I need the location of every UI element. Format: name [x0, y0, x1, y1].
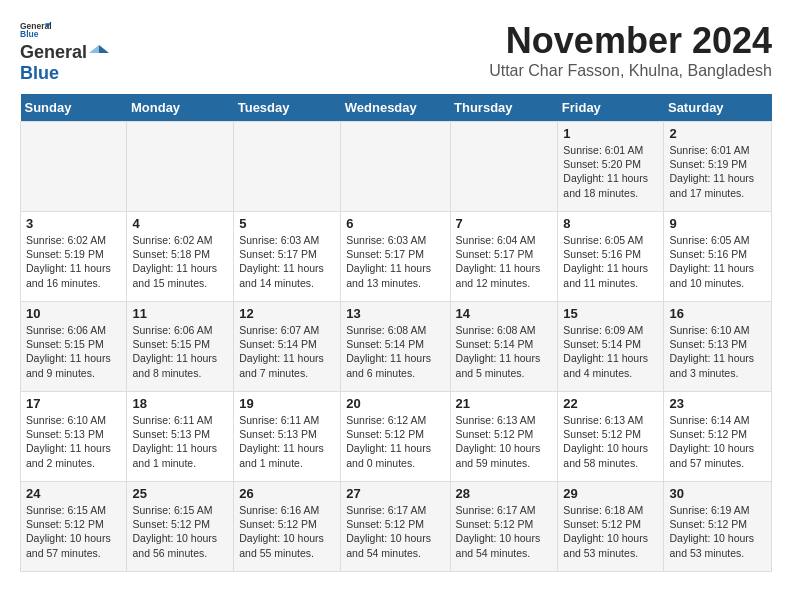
calendar-cell: 25Sunrise: 6:15 AM Sunset: 5:12 PM Dayli… [127, 482, 234, 572]
day-info: Sunrise: 6:02 AM Sunset: 5:18 PM Dayligh… [132, 233, 228, 290]
day-number: 16 [669, 306, 766, 321]
day-info: Sunrise: 6:15 AM Sunset: 5:12 PM Dayligh… [26, 503, 121, 560]
month-title: November 2024 [489, 20, 772, 62]
weekday-header-sunday: Sunday [21, 94, 127, 122]
day-info: Sunrise: 6:14 AM Sunset: 5:12 PM Dayligh… [669, 413, 766, 470]
calendar-cell: 18Sunrise: 6:11 AM Sunset: 5:13 PM Dayli… [127, 392, 234, 482]
day-info: Sunrise: 6:16 AM Sunset: 5:12 PM Dayligh… [239, 503, 335, 560]
day-number: 14 [456, 306, 553, 321]
calendar-cell [127, 122, 234, 212]
weekday-header-friday: Friday [558, 94, 664, 122]
day-info: Sunrise: 6:11 AM Sunset: 5:13 PM Dayligh… [239, 413, 335, 470]
calendar-cell: 22Sunrise: 6:13 AM Sunset: 5:12 PM Dayli… [558, 392, 664, 482]
calendar-week-2: 3Sunrise: 6:02 AM Sunset: 5:19 PM Daylig… [21, 212, 772, 302]
calendar-body: 1Sunrise: 6:01 AM Sunset: 5:20 PM Daylig… [21, 122, 772, 572]
calendar-cell: 24Sunrise: 6:15 AM Sunset: 5:12 PM Dayli… [21, 482, 127, 572]
day-number: 18 [132, 396, 228, 411]
logo-bird-icon [89, 43, 109, 63]
calendar-cell: 10Sunrise: 6:06 AM Sunset: 5:15 PM Dayli… [21, 302, 127, 392]
day-info: Sunrise: 6:06 AM Sunset: 5:15 PM Dayligh… [132, 323, 228, 380]
day-number: 29 [563, 486, 658, 501]
day-number: 15 [563, 306, 658, 321]
day-number: 22 [563, 396, 658, 411]
day-number: 3 [26, 216, 121, 231]
svg-text:Blue: Blue [20, 29, 39, 39]
day-info: Sunrise: 6:01 AM Sunset: 5:19 PM Dayligh… [669, 143, 766, 200]
day-number: 4 [132, 216, 228, 231]
day-info: Sunrise: 6:03 AM Sunset: 5:17 PM Dayligh… [239, 233, 335, 290]
day-info: Sunrise: 6:13 AM Sunset: 5:12 PM Dayligh… [563, 413, 658, 470]
calendar-cell: 21Sunrise: 6:13 AM Sunset: 5:12 PM Dayli… [450, 392, 558, 482]
day-info: Sunrise: 6:02 AM Sunset: 5:19 PM Dayligh… [26, 233, 121, 290]
calendar-cell: 28Sunrise: 6:17 AM Sunset: 5:12 PM Dayli… [450, 482, 558, 572]
logo: General Blue General Blue [20, 20, 111, 84]
day-info: Sunrise: 6:10 AM Sunset: 5:13 PM Dayligh… [669, 323, 766, 380]
day-number: 23 [669, 396, 766, 411]
calendar-cell: 27Sunrise: 6:17 AM Sunset: 5:12 PM Dayli… [341, 482, 450, 572]
logo-blue-text: Blue [20, 63, 59, 83]
calendar-cell: 11Sunrise: 6:06 AM Sunset: 5:15 PM Dayli… [127, 302, 234, 392]
calendar-cell: 9Sunrise: 6:05 AM Sunset: 5:16 PM Daylig… [664, 212, 772, 302]
day-number: 27 [346, 486, 444, 501]
calendar-cell: 14Sunrise: 6:08 AM Sunset: 5:14 PM Dayli… [450, 302, 558, 392]
day-number: 28 [456, 486, 553, 501]
calendar-cell: 4Sunrise: 6:02 AM Sunset: 5:18 PM Daylig… [127, 212, 234, 302]
calendar-cell [234, 122, 341, 212]
day-number: 19 [239, 396, 335, 411]
day-number: 10 [26, 306, 121, 321]
calendar-cell: 26Sunrise: 6:16 AM Sunset: 5:12 PM Dayli… [234, 482, 341, 572]
weekday-header-tuesday: Tuesday [234, 94, 341, 122]
day-info: Sunrise: 6:10 AM Sunset: 5:13 PM Dayligh… [26, 413, 121, 470]
calendar-cell: 20Sunrise: 6:12 AM Sunset: 5:12 PM Dayli… [341, 392, 450, 482]
day-info: Sunrise: 6:12 AM Sunset: 5:12 PM Dayligh… [346, 413, 444, 470]
day-number: 1 [563, 126, 658, 141]
day-number: 26 [239, 486, 335, 501]
calendar-cell [341, 122, 450, 212]
day-info: Sunrise: 6:11 AM Sunset: 5:13 PM Dayligh… [132, 413, 228, 470]
calendar-cell: 29Sunrise: 6:18 AM Sunset: 5:12 PM Dayli… [558, 482, 664, 572]
day-number: 17 [26, 396, 121, 411]
day-info: Sunrise: 6:13 AM Sunset: 5:12 PM Dayligh… [456, 413, 553, 470]
location-text: Uttar Char Fasson, Khulna, Bangladesh [489, 62, 772, 80]
day-info: Sunrise: 6:06 AM Sunset: 5:15 PM Dayligh… [26, 323, 121, 380]
day-info: Sunrise: 6:08 AM Sunset: 5:14 PM Dayligh… [456, 323, 553, 380]
weekday-header-wednesday: Wednesday [341, 94, 450, 122]
day-number: 30 [669, 486, 766, 501]
day-info: Sunrise: 6:09 AM Sunset: 5:14 PM Dayligh… [563, 323, 658, 380]
day-info: Sunrise: 6:17 AM Sunset: 5:12 PM Dayligh… [346, 503, 444, 560]
calendar-cell: 2Sunrise: 6:01 AM Sunset: 5:19 PM Daylig… [664, 122, 772, 212]
day-number: 7 [456, 216, 553, 231]
calendar-cell: 5Sunrise: 6:03 AM Sunset: 5:17 PM Daylig… [234, 212, 341, 302]
day-info: Sunrise: 6:07 AM Sunset: 5:14 PM Dayligh… [239, 323, 335, 380]
title-area: November 2024 Uttar Char Fasson, Khulna,… [489, 20, 772, 80]
day-info: Sunrise: 6:05 AM Sunset: 5:16 PM Dayligh… [669, 233, 766, 290]
logo-general-text: General [20, 42, 87, 63]
calendar-week-5: 24Sunrise: 6:15 AM Sunset: 5:12 PM Dayli… [21, 482, 772, 572]
calendar-header: SundayMondayTuesdayWednesdayThursdayFrid… [21, 94, 772, 122]
day-number: 6 [346, 216, 444, 231]
weekday-header-monday: Monday [127, 94, 234, 122]
day-number: 11 [132, 306, 228, 321]
day-number: 8 [563, 216, 658, 231]
page-header: General Blue General Blue November 2024 … [20, 20, 772, 84]
svg-marker-3 [99, 45, 109, 53]
svg-marker-4 [89, 45, 99, 53]
day-info: Sunrise: 6:19 AM Sunset: 5:12 PM Dayligh… [669, 503, 766, 560]
day-number: 25 [132, 486, 228, 501]
calendar-cell: 7Sunrise: 6:04 AM Sunset: 5:17 PM Daylig… [450, 212, 558, 302]
calendar-week-3: 10Sunrise: 6:06 AM Sunset: 5:15 PM Dayli… [21, 302, 772, 392]
day-number: 9 [669, 216, 766, 231]
calendar-cell [450, 122, 558, 212]
calendar-cell: 19Sunrise: 6:11 AM Sunset: 5:13 PM Dayli… [234, 392, 341, 482]
calendar-cell: 6Sunrise: 6:03 AM Sunset: 5:17 PM Daylig… [341, 212, 450, 302]
calendar-cell: 12Sunrise: 6:07 AM Sunset: 5:14 PM Dayli… [234, 302, 341, 392]
day-info: Sunrise: 6:08 AM Sunset: 5:14 PM Dayligh… [346, 323, 444, 380]
calendar-cell: 13Sunrise: 6:08 AM Sunset: 5:14 PM Dayli… [341, 302, 450, 392]
calendar-cell: 23Sunrise: 6:14 AM Sunset: 5:12 PM Dayli… [664, 392, 772, 482]
calendar-week-1: 1Sunrise: 6:01 AM Sunset: 5:20 PM Daylig… [21, 122, 772, 212]
calendar-week-4: 17Sunrise: 6:10 AM Sunset: 5:13 PM Dayli… [21, 392, 772, 482]
day-number: 12 [239, 306, 335, 321]
day-info: Sunrise: 6:17 AM Sunset: 5:12 PM Dayligh… [456, 503, 553, 560]
day-number: 21 [456, 396, 553, 411]
day-info: Sunrise: 6:01 AM Sunset: 5:20 PM Dayligh… [563, 143, 658, 200]
